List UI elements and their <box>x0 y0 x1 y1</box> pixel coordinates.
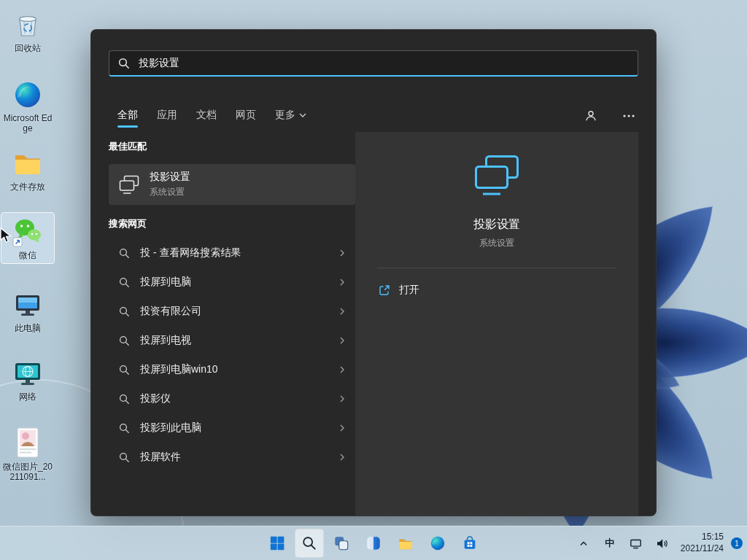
tab-all[interactable]: 全部 <box>117 109 138 128</box>
more-options-icon[interactable] <box>619 106 638 125</box>
search-icon <box>119 365 130 376</box>
web-search-label: 搜索网页 <box>109 218 355 230</box>
chevron-right-icon <box>338 453 347 462</box>
web-suggestion-row[interactable]: 投屏到电视 <box>109 326 355 355</box>
best-match-item[interactable]: 投影设置 系统设置 <box>109 164 355 205</box>
search-tabs: 全部 应用 文档 网页 更多 <box>117 106 638 131</box>
tab-web[interactable]: 网页 <box>236 109 256 128</box>
edge-icon <box>12 79 44 111</box>
best-match-label: 最佳匹配 <box>109 141 355 152</box>
taskbar: 中 15:15 2021/11/24 1 <box>0 526 747 560</box>
web-suggestion-row[interactable]: 投 - 查看网络搜索结果 <box>109 238 355 268</box>
tray-time: 15:15 <box>702 532 724 543</box>
web-suggestion-row[interactable]: 投影到此电脑 <box>109 413 355 443</box>
chevron-right-icon <box>338 394 347 403</box>
chevron-right-icon <box>338 278 347 287</box>
search-icon <box>119 306 130 317</box>
best-match-title: 投影设置 <box>150 171 190 184</box>
search-panel: 全部 应用 文档 网页 更多 <box>90 29 657 516</box>
search-icon <box>119 277 130 288</box>
this-pc-icon <box>12 289 44 321</box>
wechat-icon <box>12 216 44 248</box>
open-button[interactable]: 打开 <box>355 279 638 302</box>
search-box <box>109 50 638 77</box>
start-button[interactable] <box>263 529 292 558</box>
file-explorer-button[interactable] <box>391 529 420 558</box>
open-external-icon <box>379 284 390 296</box>
widgets-icon <box>365 535 382 551</box>
desktop-icon-label: 回收站 <box>15 43 41 53</box>
web-suggestion-row[interactable]: 投屏到电脑win10 <box>109 355 355 384</box>
widgets-button[interactable] <box>359 529 388 558</box>
taskbar-search-button[interactable] <box>295 529 324 558</box>
web-suggestion-row[interactable]: 投屏软件 <box>109 443 355 472</box>
preview-pane: 投影设置 系统设置 打开 <box>355 132 638 516</box>
tab-apps[interactable]: 应用 <box>157 109 177 128</box>
store-button[interactable] <box>455 529 484 558</box>
chevron-right-icon <box>338 249 347 257</box>
best-match-subtitle: 系统设置 <box>150 186 190 198</box>
desktop-icon-label: 网络 <box>19 392 36 402</box>
chevron-right-icon <box>338 336 347 345</box>
notification-badge[interactable]: 1 <box>731 537 743 549</box>
preview-subtitle: 系统设置 <box>479 237 514 249</box>
desktop-icon-label: 微信 <box>19 250 36 260</box>
tab-documents[interactable]: 文档 <box>196 109 217 128</box>
chevron-right-icon <box>338 424 347 432</box>
store-icon <box>462 535 478 551</box>
preview-title: 投影设置 <box>473 217 520 233</box>
projection-icon-large <box>473 154 521 198</box>
tray-date: 2021/11/24 <box>681 543 724 555</box>
desktop-icon-recycle-bin[interactable]: 回收站 <box>1 6 54 56</box>
task-view-icon <box>333 535 349 551</box>
windows-logo-icon <box>269 535 285 551</box>
network-icon <box>630 537 642 550</box>
desktop: 回收站 Microsoft Edge 文件存放 <box>0 0 747 560</box>
tab-more[interactable]: 更多 <box>275 109 306 128</box>
search-icon <box>119 248 130 259</box>
edge-button[interactable] <box>423 529 452 558</box>
search-icon <box>119 452 130 463</box>
edge-icon <box>430 535 446 551</box>
volume-tray-button[interactable] <box>650 530 675 556</box>
search-results: 最佳匹配 投影设置 系统设置 搜索网页 <box>109 132 638 516</box>
chevron-right-icon <box>338 365 347 374</box>
chevron-right-icon <box>338 307 347 316</box>
desktop-icon-label: Microsoft Edge <box>1 113 54 134</box>
search-icon <box>301 535 317 551</box>
web-suggestion-row[interactable]: 投资有限公司 <box>109 297 355 326</box>
ime-indicator[interactable]: 中 <box>597 530 622 556</box>
desktop-icon-image-file[interactable]: 微信图片_20211091... <box>1 424 54 486</box>
desktop-icon-label: 文件存放 <box>10 182 45 192</box>
search-icon <box>118 58 130 69</box>
desktop-icon-network[interactable]: 网络 <box>1 354 54 405</box>
desktop-icon-this-pc[interactable]: 此电脑 <box>1 286 54 336</box>
account-icon[interactable] <box>581 106 600 125</box>
desktop-icon-label: 此电脑 <box>15 323 41 333</box>
search-icon <box>119 394 130 405</box>
clock[interactable]: 15:15 2021/11/24 <box>676 532 728 554</box>
file-explorer-icon <box>398 535 414 551</box>
search-icon <box>119 423 130 434</box>
chevron-up-icon <box>579 540 588 548</box>
results-column: 最佳匹配 投影设置 系统设置 搜索网页 <box>109 132 355 516</box>
task-view-button[interactable] <box>327 529 356 558</box>
network-tray-button[interactable] <box>624 530 649 556</box>
desktop-icon-edge[interactable]: Microsoft Edge <box>1 76 54 137</box>
web-suggestion-row[interactable]: 投影仪 <box>109 384 355 413</box>
taskbar-center <box>263 529 484 558</box>
divider <box>377 268 616 268</box>
network-icon <box>12 357 44 389</box>
volume-icon <box>656 537 668 550</box>
folder-icon <box>12 147 44 179</box>
chevron-down-icon <box>299 113 306 117</box>
system-tray: 中 15:15 2021/11/24 1 <box>571 526 743 560</box>
mouse-cursor <box>0 228 13 244</box>
search-input[interactable] <box>137 57 629 70</box>
web-suggestion-row[interactable]: 投屏到电脑 <box>109 268 355 297</box>
desktop-icon-folder[interactable]: 文件存放 <box>1 144 54 195</box>
hidden-icons-button[interactable] <box>571 530 596 556</box>
desktop-icon-label: 微信图片_20211091... <box>1 462 54 483</box>
web-suggestions: 投 - 查看网络搜索结果 投屏到电脑 投资有限公司 <box>109 238 355 472</box>
recycle-bin-icon <box>12 9 44 41</box>
